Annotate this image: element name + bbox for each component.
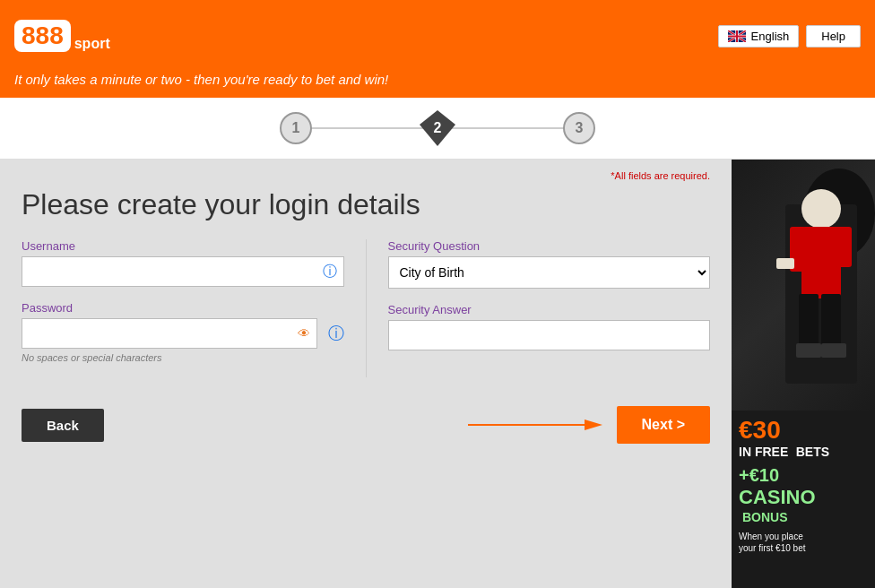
svg-rect-8 bbox=[821, 294, 841, 348]
svg-marker-2 bbox=[585, 419, 602, 430]
ad-text-area: €30 IN FREE BETS +€10 CASINO BONUS When … bbox=[732, 411, 875, 588]
ad-footer: When you place your first €10 bet bbox=[739, 531, 868, 554]
security-question-field-group: Security Question City of Birth Mother's… bbox=[388, 239, 711, 289]
ad-in-free: IN FREE bbox=[739, 445, 788, 459]
logo-888: 888 bbox=[14, 20, 71, 52]
ad-image bbox=[732, 160, 875, 411]
security-answer-field-group: Security Answer bbox=[388, 303, 711, 350]
form-col-right: Security Question City of Birth Mother's… bbox=[366, 239, 711, 377]
ad-casino: CASINO bbox=[739, 486, 816, 508]
password-eye-icon[interactable]: 👁 bbox=[298, 326, 310, 341]
uk-flag-icon bbox=[728, 30, 746, 42]
password-info-icon[interactable]: ⓘ bbox=[328, 323, 344, 344]
svg-point-5 bbox=[801, 189, 841, 229]
svg-rect-10 bbox=[821, 343, 846, 358]
password-label: Password bbox=[22, 301, 344, 315]
username-input-wrapper: ⓘ bbox=[22, 256, 344, 287]
password-wrapper: 👁 ⓘ bbox=[22, 318, 344, 349]
main-content: *All fields are required. Please create … bbox=[0, 160, 875, 588]
security-question-label: Security Question bbox=[388, 239, 711, 253]
logo-container: 888 sport bbox=[14, 20, 110, 52]
next-btn-wrapper: Next > bbox=[468, 406, 710, 444]
next-button[interactable]: Next > bbox=[617, 406, 710, 444]
step-1[interactable]: 1 bbox=[280, 112, 312, 144]
svg-rect-13 bbox=[776, 258, 794, 269]
logo-sport: sport bbox=[74, 36, 110, 52]
step-2-active: 2 bbox=[420, 110, 455, 146]
svg-rect-6 bbox=[801, 227, 841, 298]
username-field-group: Username ⓘ bbox=[22, 239, 344, 287]
player-illustration bbox=[732, 160, 875, 411]
svg-rect-9 bbox=[796, 343, 821, 358]
required-note: *All fields are required. bbox=[22, 170, 710, 181]
form-col-left: Username ⓘ Password 👁 ⓘ bbox=[22, 239, 366, 377]
username-info-icon[interactable]: ⓘ bbox=[323, 263, 337, 281]
header: 888 sport English Help bbox=[0, 0, 875, 72]
language-button[interactable]: English bbox=[718, 25, 800, 48]
help-button[interactable]: Help bbox=[806, 25, 861, 48]
password-field-group: Password 👁 ⓘ No spaces or special charac… bbox=[22, 301, 344, 363]
header-right: English Help bbox=[718, 25, 861, 48]
subtitle-bar: It only takes a minute or two - then you… bbox=[0, 72, 875, 98]
password-hint: No spaces or special characters bbox=[22, 352, 344, 363]
form-columns: Username ⓘ Password 👁 ⓘ bbox=[22, 239, 710, 377]
steps-inner: 1 2 3 bbox=[280, 110, 595, 146]
ad-bonus: BONUS bbox=[742, 510, 788, 524]
form-title: Please create your login details bbox=[22, 188, 710, 221]
username-label: Username bbox=[22, 239, 344, 253]
svg-rect-12 bbox=[836, 227, 852, 267]
ad-plus: +€10 bbox=[739, 465, 779, 485]
security-answer-label: Security Answer bbox=[388, 303, 711, 316]
password-input-wrap: 👁 bbox=[22, 318, 317, 349]
username-input[interactable] bbox=[22, 256, 344, 287]
buttons-row: Back Next > bbox=[22, 399, 710, 444]
next-arrow-icon bbox=[468, 414, 602, 436]
steps-container: 1 2 3 bbox=[0, 98, 875, 160]
back-button[interactable]: Back bbox=[22, 409, 104, 442]
form-area: *All fields are required. Please create … bbox=[0, 160, 732, 588]
security-answer-input-wrapper bbox=[388, 320, 711, 350]
password-input[interactable] bbox=[22, 318, 317, 349]
step-3[interactable]: 3 bbox=[563, 112, 595, 144]
svg-rect-7 bbox=[799, 294, 819, 348]
security-question-select[interactable]: City of Birth Mother's Maiden Name First… bbox=[388, 256, 711, 289]
security-answer-input[interactable] bbox=[388, 320, 711, 350]
ad-free-amount: €30 bbox=[739, 418, 781, 443]
ad-bets: BETS bbox=[796, 445, 829, 459]
sidebar-ad: €30 IN FREE BETS +€10 CASINO BONUS When … bbox=[732, 160, 875, 588]
